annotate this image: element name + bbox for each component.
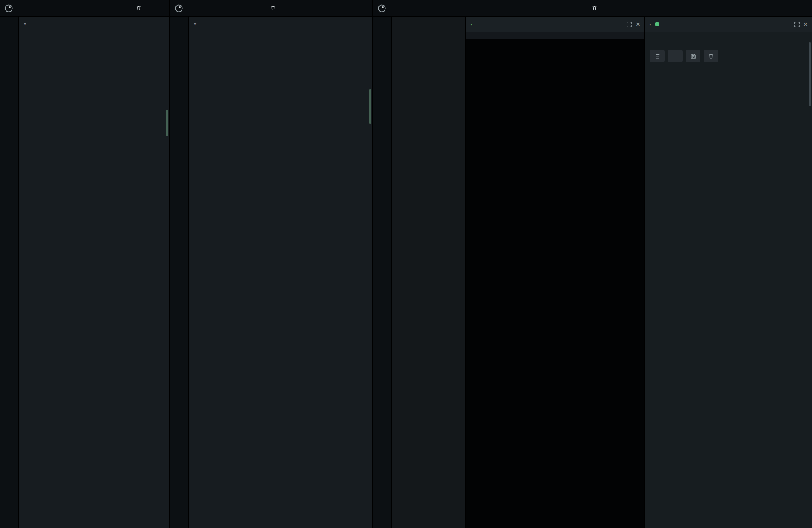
pipeline-panel: ▾ (19, 17, 169, 528)
expand-icon[interactable] (794, 21, 800, 27)
chevron-down-icon: ▾ (24, 22, 26, 26)
time-range-tabs (189, 29, 372, 37)
entity-kind-square (655, 22, 659, 26)
inspector-buttons (650, 50, 807, 62)
trash-icon (708, 53, 714, 59)
chevron-down-icon: ▾ (194, 22, 196, 26)
tree-view-button[interactable] (650, 50, 665, 62)
close-icon[interactable]: × (803, 21, 808, 28)
trash-icon[interactable] (270, 5, 276, 11)
flecs-logo-icon (174, 4, 183, 13)
query-results-header (466, 32, 644, 39)
close-icon[interactable]: × (636, 21, 640, 28)
trash-icon[interactable] (136, 5, 141, 11)
flecs-logo-icon (377, 4, 386, 13)
icon-rail (0, 17, 19, 528)
floppy-icon (690, 53, 697, 59)
center-column: ▾ × (466, 17, 645, 528)
flecs-explorer-app: ▾ ▾ (0, 0, 812, 528)
icon-rail (373, 17, 392, 528)
trash-icon[interactable] (591, 5, 597, 11)
panel-title[interactable]: ▾ (189, 17, 372, 29)
icon-rail (170, 17, 189, 528)
window-header (0, 0, 169, 17)
entity-tree (392, 17, 466, 528)
scrollbar-thumb[interactable] (369, 89, 371, 124)
scrollbar-thumb[interactable] (809, 42, 811, 106)
hierarchy-icon (654, 53, 661, 59)
pipeline-cards (19, 37, 169, 38)
parent-row (650, 35, 807, 47)
flecs-logo-icon (4, 4, 13, 13)
chevron-down-icon[interactable]: ▾ (470, 22, 472, 27)
delete-button[interactable] (704, 50, 718, 62)
time-range-tabs (19, 29, 169, 37)
query-panel: ▾ × (466, 17, 644, 39)
window-header (170, 0, 372, 17)
world-window: ▾ (170, 0, 373, 528)
entity-inspector: ▾ × (645, 17, 812, 528)
inspector-scroll (645, 32, 812, 528)
main-window: ▾ × ▾ (373, 0, 812, 528)
panel-title[interactable]: ▾ (19, 17, 169, 29)
window-header (373, 0, 812, 17)
scrollbar-thumb[interactable] (166, 110, 168, 136)
expand-icon[interactable] (626, 21, 632, 27)
world-panel: ▾ (189, 17, 372, 528)
pipeline-window: ▾ (0, 0, 170, 528)
inspector-header: ▾ × (645, 17, 812, 32)
save-button[interactable] (686, 50, 700, 62)
disable-button[interactable] (668, 50, 683, 62)
query-bar: ▾ × (466, 17, 644, 32)
chevron-down-icon[interactable]: ▾ (649, 22, 651, 27)
game-canvas[interactable] (466, 39, 644, 528)
